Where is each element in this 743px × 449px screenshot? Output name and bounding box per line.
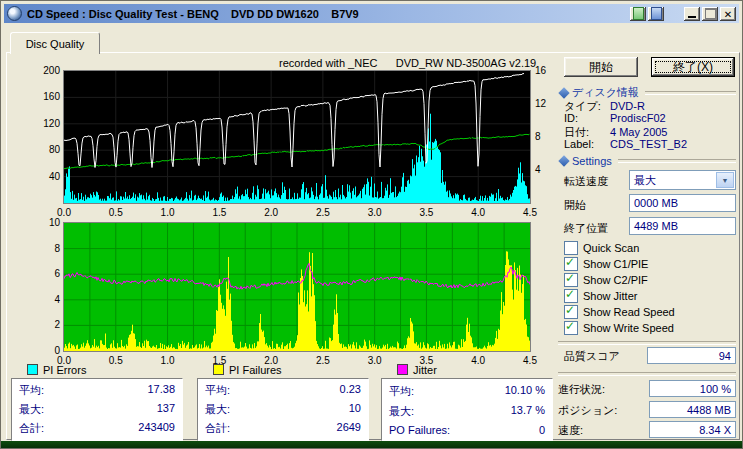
- titlebar-tool-button-2[interactable]: [648, 7, 664, 21]
- checkbox-show-write-speed[interactable]: Show Write Speed: [564, 321, 674, 335]
- window-title: CD Speed : Disc Quality Test - BENQ DVD …: [27, 8, 628, 20]
- stat-row: 平均:10.10 %: [382, 384, 552, 399]
- jitter-header: Jitter: [381, 363, 553, 376]
- settings-section-header: Settings: [558, 155, 736, 167]
- pi-failures-swatch: [213, 364, 224, 375]
- close-icon: [724, 8, 732, 20]
- maximize-icon: [705, 8, 716, 19]
- checkbox-label: Show Write Speed: [583, 322, 674, 334]
- start-position-field[interactable]: 0000 MB: [629, 194, 736, 212]
- separator-line: [618, 159, 736, 163]
- pi-errors-swatch: [27, 364, 38, 375]
- close-button[interactable]: [720, 7, 736, 21]
- jitter-title: Jitter: [413, 364, 437, 376]
- pi-errors-header: PI Errors: [11, 363, 183, 376]
- stat-row: 平均:17.38: [12, 383, 182, 398]
- checkbox-box[interactable]: [564, 289, 578, 303]
- pi-errors-chart: [63, 70, 531, 204]
- checkbox-show-c1-pie[interactable]: Show C1/PIE: [564, 257, 648, 271]
- quality-score-label: 品質スコア: [564, 349, 620, 364]
- checkbox-show-c2-pif[interactable]: Show C2/PIF: [564, 273, 648, 287]
- end-position-field[interactable]: 4489 MB: [629, 217, 736, 235]
- pi-errors-title: PI Errors: [43, 364, 86, 376]
- stat-row: 最大:10: [198, 402, 368, 417]
- exit-button[interactable]: 終了(X): [651, 57, 735, 77]
- stat-row: 合計:2649: [198, 421, 368, 436]
- stat-row: 最大:137: [12, 402, 182, 417]
- disc-info-title: ディスク情報: [572, 85, 639, 100]
- end-position-label: 終了位置: [564, 221, 608, 236]
- transfer-speed-label: 転送速度: [564, 174, 608, 189]
- speed-value: 8.34 X: [649, 421, 736, 438]
- checkbox-label: Quick Scan: [583, 242, 639, 254]
- pi-failures-header: PI Failures: [197, 363, 369, 376]
- checkbox-label: Show C1/PIE: [583, 258, 648, 270]
- quality-score-value: 94: [647, 347, 736, 364]
- app-icon: [7, 6, 22, 21]
- app-window: CD Speed : Disc Quality Test - BENQ DVD …: [0, 0, 743, 449]
- start-position-label: 開始: [564, 198, 586, 213]
- progress-value: 100 %: [649, 380, 736, 397]
- green-page-icon: [633, 7, 644, 20]
- titlebar-tool-button-1[interactable]: [630, 7, 646, 21]
- stat-row: 最大:13.7 %: [382, 404, 552, 419]
- minimize-icon: [688, 16, 696, 18]
- disc-id-row: ID:ProdiscF02: [564, 112, 666, 124]
- checkbox-box[interactable]: [564, 241, 578, 255]
- pi-failures-box: 平均:0.23 最大:10 合計:2649: [197, 378, 369, 441]
- pi-failures-panel: PI Failures 平均:0.23 最大:10 合計:2649: [197, 363, 369, 441]
- checkbox-box[interactable]: [564, 305, 578, 319]
- tab-disc-quality[interactable]: Disc Quality: [10, 32, 100, 54]
- checkbox-box[interactable]: [564, 257, 578, 271]
- titlebar: CD Speed : Disc Quality Test - BENQ DVD …: [4, 4, 739, 23]
- checkbox-box[interactable]: [564, 321, 578, 335]
- start-button[interactable]: 開始: [564, 57, 638, 77]
- speed-label: 速度:: [558, 423, 583, 438]
- checkbox-label: Show Jitter: [583, 290, 637, 302]
- checkbox-show-jitter[interactable]: Show Jitter: [564, 289, 637, 303]
- checkbox-box[interactable]: [564, 273, 578, 287]
- pi-failures-chart: [63, 222, 531, 352]
- disc-info-icon: [558, 87, 569, 98]
- position-value: 4488 MB: [649, 401, 736, 418]
- stat-row: PO Failures:0: [382, 424, 552, 436]
- separator-line: [558, 341, 736, 345]
- checkbox-quick-scan[interactable]: Quick Scan: [564, 241, 639, 255]
- tab-label: Disc Quality: [26, 38, 85, 50]
- settings-icon: [558, 155, 569, 166]
- jitter-panel: Jitter 平均:10.10 % 最大:13.7 % PO Failures:…: [381, 363, 553, 441]
- pi-errors-box: 平均:17.38 最大:137 合計:243409: [11, 378, 183, 441]
- position-label: ポジション:: [558, 403, 617, 418]
- checkbox-label: Show C2/PIF: [583, 274, 648, 286]
- stat-row: 平均:0.23: [198, 383, 368, 398]
- jitter-box: 平均:10.10 % 最大:13.7 % PO Failures:0: [381, 378, 553, 441]
- maximize-button[interactable]: [702, 7, 718, 21]
- disc-info-section-header: ディスク情報: [558, 85, 736, 100]
- checkbox-show-read-speed[interactable]: Show Read Speed: [564, 305, 675, 319]
- progress-label: 進行状況:: [558, 382, 605, 397]
- jitter-swatch: [397, 364, 408, 375]
- chevron-down-icon[interactable]: [716, 172, 734, 188]
- stat-row: 合計:243409: [12, 421, 182, 436]
- separator-line: [558, 372, 736, 376]
- disc-label-row: Label:CDS_TEST_B2: [564, 138, 687, 150]
- recorded-with-label: recorded with _NEC DVD_RW ND-3500AG v2.1…: [279, 57, 536, 69]
- pi-errors-panel: PI Errors 平均:17.38 最大:137 合計:243409: [11, 363, 183, 441]
- pi-failures-title: PI Failures: [229, 364, 282, 376]
- checkbox-label: Show Read Speed: [583, 306, 675, 318]
- transfer-speed-value: 最大: [634, 173, 656, 188]
- settings-title: Settings: [572, 155, 612, 167]
- minimize-button[interactable]: [684, 7, 700, 21]
- blue-page-icon: [651, 7, 662, 20]
- transfer-speed-select[interactable]: 最大: [629, 170, 736, 190]
- separator-line: [645, 91, 736, 95]
- desktop-background-strip: [1, 441, 742, 448]
